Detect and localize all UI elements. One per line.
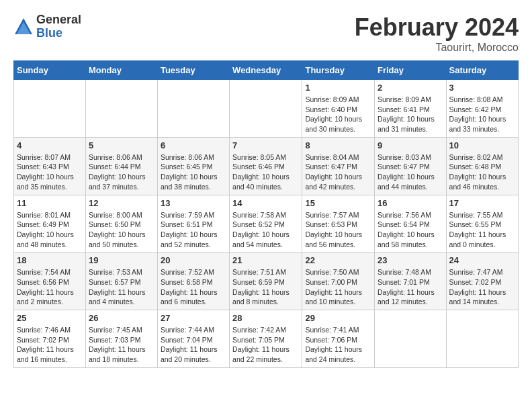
calendar-cell: 21Sunrise: 7:51 AMSunset: 6:59 PMDayligh… [230, 253, 302, 310]
calendar-cell: 28Sunrise: 7:42 AMSunset: 7:05 PMDayligh… [230, 310, 302, 368]
calendar-cell: 18Sunrise: 7:54 AMSunset: 6:56 PMDayligh… [14, 253, 86, 310]
day-info: Sunrise: 8:05 AMSunset: 6:46 PMDaylight:… [232, 152, 299, 192]
day-number: 21 [232, 255, 299, 265]
calendar-cell: 3Sunrise: 8:08 AMSunset: 6:42 PMDaylight… [446, 80, 518, 138]
calendar-cell: 20Sunrise: 7:52 AMSunset: 6:58 PMDayligh… [157, 253, 229, 310]
calendar-cell: 13Sunrise: 7:59 AMSunset: 6:51 PMDayligh… [157, 195, 229, 253]
calendar-cell: 8Sunrise: 8:04 AMSunset: 6:47 PMDaylight… [302, 137, 375, 195]
calendar-cell: 7Sunrise: 8:05 AMSunset: 6:46 PMDaylight… [230, 137, 302, 195]
day-info: Sunrise: 7:45 AMSunset: 7:03 PMDaylight:… [89, 325, 154, 365]
calendar-table: SundayMondayTuesdayWednesdayThursdayFrid… [13, 60, 519, 368]
calendar-cell [230, 80, 302, 138]
day-number: 18 [17, 255, 83, 265]
calendar-cell: 15Sunrise: 7:57 AMSunset: 6:53 PMDayligh… [302, 195, 375, 253]
day-info: Sunrise: 7:52 AMSunset: 6:58 PMDaylight:… [161, 267, 226, 307]
day-info: Sunrise: 8:09 AMSunset: 6:40 PMDaylight:… [305, 95, 371, 134]
month-title: February 2024 [355, 13, 519, 42]
day-info: Sunrise: 7:51 AMSunset: 6:59 PMDaylight:… [232, 267, 299, 307]
day-header-monday: Monday [85, 61, 157, 80]
day-number: 8 [305, 140, 371, 150]
logo-general-text: General [36, 13, 81, 27]
page-header: General Blue February 2024 Taourirt, Mor… [13, 13, 519, 54]
day-info: Sunrise: 8:04 AMSunset: 6:47 PMDaylight:… [305, 152, 371, 192]
day-info: Sunrise: 7:59 AMSunset: 6:51 PMDaylight:… [161, 210, 226, 250]
day-number: 26 [89, 313, 154, 323]
day-number: 29 [305, 313, 371, 323]
day-number: 15 [305, 198, 371, 208]
calendar-cell: 11Sunrise: 8:01 AMSunset: 6:49 PMDayligh… [14, 195, 86, 253]
day-info: Sunrise: 8:02 AMSunset: 6:48 PMDaylight:… [449, 152, 515, 192]
calendar-cell: 5Sunrise: 8:06 AMSunset: 6:44 PMDaylight… [85, 137, 157, 195]
calendar-cell: 23Sunrise: 7:48 AMSunset: 7:01 PMDayligh… [375, 253, 447, 310]
day-info: Sunrise: 7:56 AMSunset: 6:54 PMDaylight:… [378, 210, 443, 250]
day-number: 10 [449, 140, 515, 150]
week-row-1: 1Sunrise: 8:09 AMSunset: 6:40 PMDaylight… [14, 80, 519, 138]
day-header-friday: Friday [375, 61, 447, 80]
day-info: Sunrise: 7:55 AMSunset: 6:55 PMDaylight:… [449, 210, 515, 250]
day-number: 11 [17, 198, 83, 208]
calendar-cell: 27Sunrise: 7:44 AMSunset: 7:04 PMDayligh… [157, 310, 229, 368]
day-number: 25 [17, 313, 83, 323]
day-info: Sunrise: 7:53 AMSunset: 6:57 PMDaylight:… [89, 267, 154, 307]
day-info: Sunrise: 7:47 AMSunset: 7:02 PMDaylight:… [449, 267, 515, 307]
calendar-cell: 22Sunrise: 7:50 AMSunset: 7:00 PMDayligh… [302, 253, 375, 310]
calendar-cell [375, 310, 447, 368]
day-header-thursday: Thursday [302, 61, 375, 80]
day-number: 3 [449, 83, 515, 93]
day-info: Sunrise: 7:42 AMSunset: 7:05 PMDaylight:… [232, 325, 299, 365]
day-header-wednesday: Wednesday [230, 61, 302, 80]
day-info: Sunrise: 8:07 AMSunset: 6:43 PMDaylight:… [17, 152, 83, 192]
week-row-2: 4Sunrise: 8:07 AMSunset: 6:43 PMDaylight… [14, 137, 519, 195]
day-number: 22 [305, 255, 371, 265]
logo-icon [13, 17, 34, 37]
day-number: 13 [161, 198, 226, 208]
day-info: Sunrise: 7:57 AMSunset: 6:53 PMDaylight:… [305, 210, 371, 250]
day-number: 17 [449, 198, 515, 208]
day-info: Sunrise: 7:48 AMSunset: 7:01 PMDaylight:… [378, 267, 443, 307]
day-number: 28 [232, 313, 299, 323]
day-info: Sunrise: 7:54 AMSunset: 6:56 PMDaylight:… [17, 267, 83, 307]
calendar-cell: 29Sunrise: 7:41 AMSunset: 7:06 PMDayligh… [302, 310, 375, 368]
calendar-header-row: SundayMondayTuesdayWednesdayThursdayFrid… [14, 61, 519, 80]
day-number: 1 [305, 83, 371, 93]
day-number: 14 [232, 198, 299, 208]
day-number: 2 [378, 83, 443, 93]
calendar-cell: 4Sunrise: 8:07 AMSunset: 6:43 PMDaylight… [14, 137, 86, 195]
day-info: Sunrise: 8:06 AMSunset: 6:45 PMDaylight:… [161, 152, 226, 192]
day-number: 20 [161, 255, 226, 265]
day-info: Sunrise: 8:08 AMSunset: 6:42 PMDaylight:… [449, 95, 515, 134]
day-header-sunday: Sunday [14, 61, 86, 80]
calendar-cell [14, 80, 86, 138]
day-number: 4 [17, 140, 83, 150]
day-number: 9 [378, 140, 443, 150]
day-number: 16 [378, 198, 443, 208]
day-info: Sunrise: 7:44 AMSunset: 7:04 PMDaylight:… [161, 325, 226, 365]
calendar-cell: 24Sunrise: 7:47 AMSunset: 7:02 PMDayligh… [446, 253, 518, 310]
day-header-tuesday: Tuesday [157, 61, 229, 80]
location: Taourirt, Morocco [355, 42, 519, 54]
calendar-cell [85, 80, 157, 138]
calendar-cell: 12Sunrise: 8:00 AMSunset: 6:50 PMDayligh… [85, 195, 157, 253]
day-number: 7 [232, 140, 299, 150]
title-area: February 2024 Taourirt, Morocco [355, 13, 519, 54]
day-info: Sunrise: 7:46 AMSunset: 7:02 PMDaylight:… [17, 325, 83, 365]
calendar-cell: 16Sunrise: 7:56 AMSunset: 6:54 PMDayligh… [375, 195, 447, 253]
calendar-cell: 1Sunrise: 8:09 AMSunset: 6:40 PMDaylight… [302, 80, 375, 138]
day-info: Sunrise: 7:41 AMSunset: 7:06 PMDaylight:… [305, 325, 371, 365]
week-row-3: 11Sunrise: 8:01 AMSunset: 6:49 PMDayligh… [14, 195, 519, 253]
calendar-cell: 19Sunrise: 7:53 AMSunset: 6:57 PMDayligh… [85, 253, 157, 310]
day-info: Sunrise: 7:50 AMSunset: 7:00 PMDaylight:… [305, 267, 371, 307]
calendar-cell: 2Sunrise: 8:09 AMSunset: 6:41 PMDaylight… [375, 80, 447, 138]
logo: General Blue [13, 13, 81, 40]
day-info: Sunrise: 8:03 AMSunset: 6:47 PMDaylight:… [378, 152, 443, 192]
day-info: Sunrise: 8:01 AMSunset: 6:49 PMDaylight:… [17, 210, 83, 250]
day-info: Sunrise: 8:09 AMSunset: 6:41 PMDaylight:… [378, 95, 443, 134]
calendar-cell [157, 80, 229, 138]
calendar-cell: 6Sunrise: 8:06 AMSunset: 6:45 PMDaylight… [157, 137, 229, 195]
day-number: 12 [89, 198, 154, 208]
day-number: 24 [449, 255, 515, 265]
day-info: Sunrise: 7:58 AMSunset: 6:52 PMDaylight:… [232, 210, 299, 250]
day-number: 27 [161, 313, 226, 323]
day-number: 23 [378, 255, 443, 265]
day-number: 5 [89, 140, 154, 150]
